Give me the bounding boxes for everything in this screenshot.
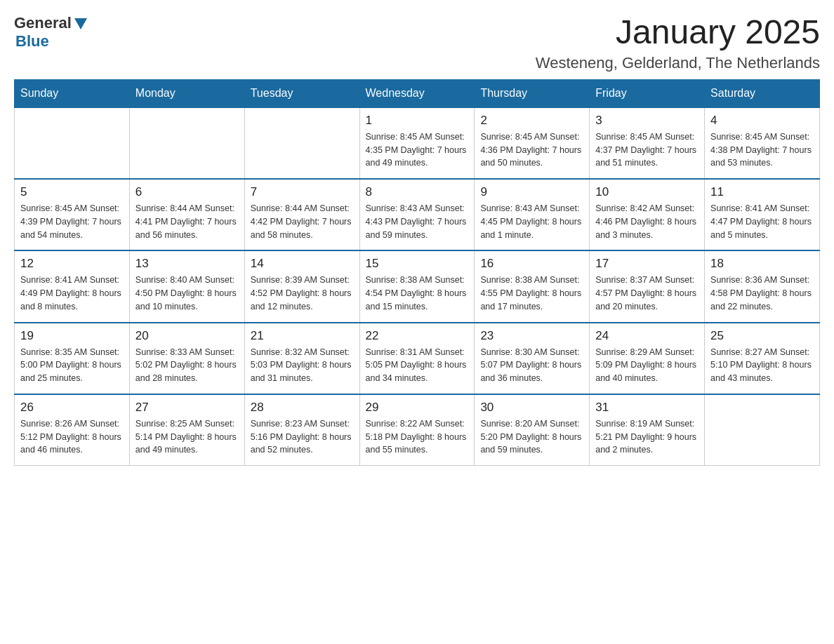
subtitle: Westeneng, Gelderland, The Netherlands	[536, 54, 820, 72]
weekday-header-row: SundayMondayTuesdayWednesdayThursdayFrid…	[15, 79, 820, 107]
day-info: Sunrise: 8:29 AM Sunset: 5:09 PM Dayligh…	[595, 346, 699, 385]
day-info: Sunrise: 8:45 AM Sunset: 4:36 PM Dayligh…	[480, 130, 583, 170]
day-info: Sunrise: 8:26 AM Sunset: 5:12 PM Dayligh…	[20, 417, 124, 457]
day-number: 2	[480, 114, 583, 128]
logo-general: General	[14, 14, 72, 32]
calendar-cell: 18Sunrise: 8:36 AM Sunset: 4:58 PM Dayli…	[705, 250, 820, 322]
day-info: Sunrise: 8:43 AM Sunset: 4:43 PM Dayligh…	[366, 202, 469, 241]
day-info: Sunrise: 8:30 AM Sunset: 5:07 PM Dayligh…	[480, 346, 583, 385]
day-number: 21	[251, 329, 354, 343]
logo-triangle-icon	[73, 17, 88, 31]
calendar-cell: 23Sunrise: 8:30 AM Sunset: 5:07 PM Dayli…	[475, 323, 590, 394]
calendar-cell: 2Sunrise: 8:45 AM Sunset: 4:36 PM Daylig…	[475, 107, 590, 179]
calendar-cell	[705, 394, 820, 466]
day-info: Sunrise: 8:31 AM Sunset: 5:05 PM Dayligh…	[366, 346, 469, 385]
day-info: Sunrise: 8:33 AM Sunset: 5:02 PM Dayligh…	[135, 346, 239, 385]
calendar-cell	[244, 107, 359, 179]
calendar-cell: 20Sunrise: 8:33 AM Sunset: 5:02 PM Dayli…	[129, 323, 244, 394]
day-info: Sunrise: 8:32 AM Sunset: 5:03 PM Dayligh…	[251, 346, 354, 385]
calendar-cell: 1Sunrise: 8:45 AM Sunset: 4:35 PM Daylig…	[359, 107, 475, 179]
day-number: 10	[595, 185, 699, 199]
day-number: 22	[366, 329, 469, 343]
calendar-cell: 5Sunrise: 8:45 AM Sunset: 4:39 PM Daylig…	[15, 179, 130, 250]
day-info: Sunrise: 8:19 AM Sunset: 5:21 PM Dayligh…	[595, 417, 699, 457]
logo: General Blue	[14, 14, 88, 51]
day-number: 28	[251, 401, 354, 415]
day-info: Sunrise: 8:40 AM Sunset: 4:50 PM Dayligh…	[135, 274, 239, 313]
weekday-header-friday: Friday	[590, 79, 705, 107]
day-info: Sunrise: 8:42 AM Sunset: 4:46 PM Dayligh…	[595, 202, 699, 241]
day-number: 17	[595, 257, 699, 271]
day-number: 14	[251, 257, 354, 271]
calendar-cell: 6Sunrise: 8:44 AM Sunset: 4:41 PM Daylig…	[129, 179, 244, 250]
day-info: Sunrise: 8:20 AM Sunset: 5:20 PM Dayligh…	[480, 417, 583, 457]
day-number: 19	[20, 329, 124, 343]
day-info: Sunrise: 8:37 AM Sunset: 4:57 PM Dayligh…	[595, 274, 699, 313]
day-number: 26	[20, 401, 124, 415]
day-info: Sunrise: 8:25 AM Sunset: 5:14 PM Dayligh…	[135, 417, 239, 457]
week-row-1: 1Sunrise: 8:45 AM Sunset: 4:35 PM Daylig…	[15, 107, 820, 179]
day-number: 30	[480, 401, 583, 415]
calendar-cell: 25Sunrise: 8:27 AM Sunset: 5:10 PM Dayli…	[705, 323, 820, 394]
week-row-3: 12Sunrise: 8:41 AM Sunset: 4:49 PM Dayli…	[15, 250, 820, 322]
day-number: 8	[366, 185, 469, 199]
day-number: 11	[710, 185, 814, 199]
day-info: Sunrise: 8:36 AM Sunset: 4:58 PM Dayligh…	[710, 274, 814, 313]
header: General Blue January 2025 Westeneng, Gel…	[14, 14, 820, 72]
calendar-cell: 29Sunrise: 8:22 AM Sunset: 5:18 PM Dayli…	[359, 394, 475, 466]
calendar-cell: 12Sunrise: 8:41 AM Sunset: 4:49 PM Dayli…	[15, 250, 130, 322]
day-number: 15	[366, 257, 469, 271]
day-info: Sunrise: 8:27 AM Sunset: 5:10 PM Dayligh…	[710, 346, 814, 385]
day-info: Sunrise: 8:45 AM Sunset: 4:38 PM Dayligh…	[710, 130, 814, 170]
day-info: Sunrise: 8:45 AM Sunset: 4:35 PM Dayligh…	[366, 130, 469, 170]
weekday-header-sunday: Sunday	[15, 79, 130, 107]
calendar-cell: 3Sunrise: 8:45 AM Sunset: 4:37 PM Daylig…	[590, 107, 705, 179]
day-number: 4	[710, 114, 814, 128]
day-info: Sunrise: 8:41 AM Sunset: 4:47 PM Dayligh…	[710, 202, 814, 241]
weekday-header-tuesday: Tuesday	[244, 79, 359, 107]
day-number: 16	[480, 257, 583, 271]
day-number: 25	[710, 329, 814, 343]
calendar-cell: 13Sunrise: 8:40 AM Sunset: 4:50 PM Dayli…	[129, 250, 244, 322]
day-info: Sunrise: 8:45 AM Sunset: 4:39 PM Dayligh…	[20, 202, 124, 241]
day-number: 6	[135, 185, 239, 199]
day-number: 9	[480, 185, 583, 199]
day-number: 18	[710, 257, 814, 271]
day-number: 24	[595, 329, 699, 343]
title-area: January 2025 Westeneng, Gelderland, The …	[536, 14, 820, 72]
day-number: 31	[595, 401, 699, 415]
day-info: Sunrise: 8:39 AM Sunset: 4:52 PM Dayligh…	[251, 274, 354, 313]
calendar-cell: 24Sunrise: 8:29 AM Sunset: 5:09 PM Dayli…	[590, 323, 705, 394]
day-info: Sunrise: 8:38 AM Sunset: 4:54 PM Dayligh…	[366, 274, 469, 313]
calendar-cell: 26Sunrise: 8:26 AM Sunset: 5:12 PM Dayli…	[15, 394, 130, 466]
calendar-cell: 17Sunrise: 8:37 AM Sunset: 4:57 PM Dayli…	[590, 250, 705, 322]
calendar-cell: 11Sunrise: 8:41 AM Sunset: 4:47 PM Dayli…	[705, 179, 820, 250]
day-info: Sunrise: 8:23 AM Sunset: 5:16 PM Dayligh…	[251, 417, 354, 457]
calendar-cell: 28Sunrise: 8:23 AM Sunset: 5:16 PM Dayli…	[244, 394, 359, 466]
week-row-5: 26Sunrise: 8:26 AM Sunset: 5:12 PM Dayli…	[15, 394, 820, 466]
calendar-cell: 21Sunrise: 8:32 AM Sunset: 5:03 PM Dayli…	[244, 323, 359, 394]
calendar-cell: 7Sunrise: 8:44 AM Sunset: 4:42 PM Daylig…	[244, 179, 359, 250]
day-number: 3	[595, 114, 699, 128]
day-info: Sunrise: 8:43 AM Sunset: 4:45 PM Dayligh…	[480, 202, 583, 241]
calendar-cell: 8Sunrise: 8:43 AM Sunset: 4:43 PM Daylig…	[359, 179, 475, 250]
day-number: 1	[366, 114, 469, 128]
day-info: Sunrise: 8:22 AM Sunset: 5:18 PM Dayligh…	[366, 417, 469, 457]
calendar-cell: 30Sunrise: 8:20 AM Sunset: 5:20 PM Dayli…	[475, 394, 590, 466]
calendar-cell: 19Sunrise: 8:35 AM Sunset: 5:00 PM Dayli…	[15, 323, 130, 394]
weekday-header-wednesday: Wednesday	[359, 79, 475, 107]
day-number: 29	[366, 401, 469, 415]
day-number: 27	[135, 401, 239, 415]
calendar-table: SundayMondayTuesdayWednesdayThursdayFrid…	[14, 79, 820, 466]
day-info: Sunrise: 8:38 AM Sunset: 4:55 PM Dayligh…	[480, 274, 583, 313]
calendar-cell	[15, 107, 130, 179]
day-number: 12	[20, 257, 124, 271]
weekday-header-thursday: Thursday	[475, 79, 590, 107]
day-number: 20	[135, 329, 239, 343]
calendar-cell: 22Sunrise: 8:31 AM Sunset: 5:05 PM Dayli…	[359, 323, 475, 394]
day-info: Sunrise: 8:35 AM Sunset: 5:00 PM Dayligh…	[20, 346, 124, 385]
day-info: Sunrise: 8:44 AM Sunset: 4:41 PM Dayligh…	[135, 202, 239, 241]
weekday-header-monday: Monday	[129, 79, 244, 107]
day-info: Sunrise: 8:45 AM Sunset: 4:37 PM Dayligh…	[595, 130, 699, 170]
calendar-cell: 9Sunrise: 8:43 AM Sunset: 4:45 PM Daylig…	[475, 179, 590, 250]
